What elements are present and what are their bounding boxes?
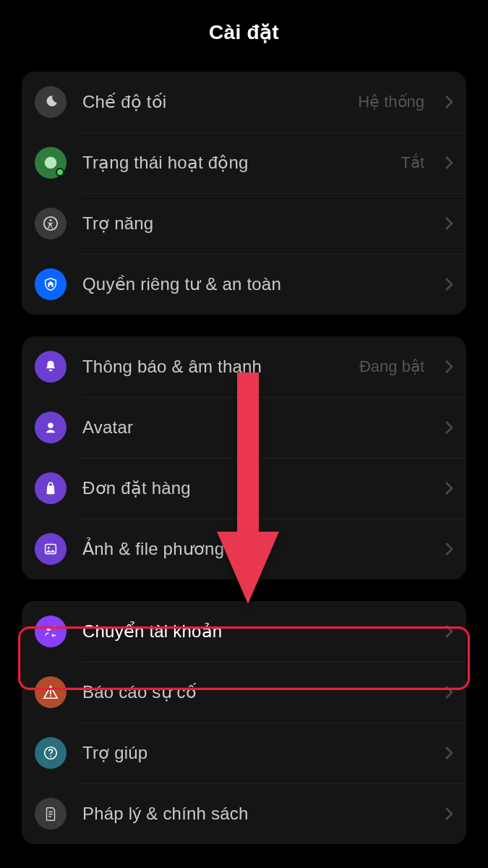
chevron-right-icon <box>445 277 453 292</box>
svg-rect-8 <box>50 695 51 697</box>
svg-rect-7 <box>50 690 51 694</box>
bell-icon <box>35 351 67 383</box>
row-value: Tắt <box>401 153 424 172</box>
row-label: Trợ năng <box>82 213 429 234</box>
row-label: Quyền riêng tư & an toàn <box>82 274 429 294</box>
row-switch-account[interactable]: Chuyển tài khoản <box>22 601 466 662</box>
row-avatar[interactable]: Avatar <box>22 397 466 458</box>
row-accessibility[interactable]: Trợ năng <box>22 193 466 254</box>
chevron-right-icon <box>445 807 453 821</box>
page-title: Cài đặt <box>4 7 484 60</box>
row-dark-mode[interactable]: Chế độ tối Hệ thống <box>22 72 466 132</box>
row-photos-media[interactable]: Ảnh & file phương tiện <box>22 519 466 579</box>
chevron-right-icon <box>445 95 453 109</box>
row-label: Ảnh & file phương tiện <box>82 539 429 559</box>
doc-icon <box>35 798 67 830</box>
row-legal-policies[interactable]: Pháp lý & chính sách <box>22 783 466 844</box>
chevron-right-icon <box>445 542 453 556</box>
row-label: Chuyển tài khoản <box>82 621 429 642</box>
row-label: Trợ giúp <box>82 743 429 763</box>
row-value: Đang bật <box>359 357 424 376</box>
shield-house-icon <box>35 268 67 300</box>
moon-icon <box>35 86 67 118</box>
row-label: Thông báo & âm thanh <box>82 357 343 377</box>
svg-point-2 <box>49 219 51 221</box>
bag-icon <box>35 472 67 504</box>
svg-point-3 <box>48 423 53 428</box>
warning-icon <box>35 676 67 708</box>
help-icon <box>35 737 67 769</box>
row-label: Pháp lý & chính sách <box>82 804 429 824</box>
avatar-icon <box>35 412 67 443</box>
accessibility-icon <box>35 208 67 239</box>
svg-point-0 <box>45 157 57 169</box>
row-notifications[interactable]: Thông báo & âm thanh Đang bật <box>22 336 466 397</box>
chevron-right-icon <box>445 359 453 374</box>
chevron-right-icon <box>445 685 453 699</box>
settings-section-1: Chế độ tối Hệ thống Trạng thái hoạt động… <box>22 72 466 315</box>
settings-section-3: Chuyển tài khoản Báo cáo sự cố Trợ giúp … <box>22 601 466 844</box>
row-label: Chế độ tối <box>82 92 342 112</box>
chevron-right-icon <box>445 624 453 639</box>
row-active-status[interactable]: Trạng thái hoạt động Tắt <box>22 132 466 193</box>
row-label: Đơn đặt hàng <box>82 478 429 498</box>
settings-screen: Cài đặt Chế độ tối Hệ thống Trạng thái h… <box>0 0 488 868</box>
chevron-right-icon <box>445 481 453 495</box>
row-report-problem[interactable]: Báo cáo sự cố <box>22 662 466 723</box>
svg-point-5 <box>48 547 50 549</box>
photo-icon <box>35 533 67 565</box>
settings-section-2: Thông báo & âm thanh Đang bật Avatar Đơn… <box>22 336 466 579</box>
row-privacy-safety[interactable]: Quyền riêng tư & an toàn <box>22 254 466 315</box>
switch-account-icon <box>35 616 67 647</box>
svg-point-10 <box>50 756 51 757</box>
status-icon <box>35 147 67 179</box>
chevron-right-icon <box>445 216 453 231</box>
row-value: Hệ thống <box>358 93 424 111</box>
svg-point-6 <box>47 627 51 631</box>
row-label: Báo cáo sự cố <box>82 682 429 702</box>
chevron-right-icon <box>445 746 453 760</box>
row-orders[interactable]: Đơn đặt hàng <box>22 458 466 519</box>
row-label: Avatar <box>82 417 429 438</box>
chevron-right-icon <box>445 156 453 170</box>
row-label: Trạng thái hoạt động <box>82 153 385 173</box>
chevron-right-icon <box>445 420 453 435</box>
row-help[interactable]: Trợ giúp <box>22 723 466 783</box>
